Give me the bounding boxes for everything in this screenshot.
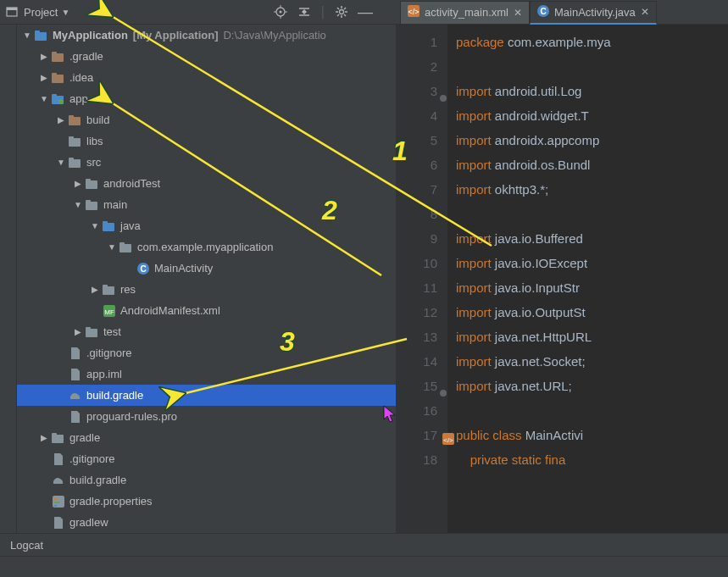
svg-point-61 [440, 390, 447, 397]
tree-item[interactable]: proguard-rules.pro [17, 406, 396, 427]
tree-item[interactable]: build.gradle [17, 385, 396, 406]
svg-rect-59 [54, 505, 57, 507]
code-line[interactable]: import java.io.OutputSt [456, 300, 728, 325]
tree-node-icon [51, 72, 66, 84]
gear-icon[interactable] [335, 5, 348, 19]
chevron-down-icon[interactable]: ▼ [20, 31, 34, 40]
code-line[interactable]: public class MainActivi [456, 423, 728, 447]
tree-arrow-icon[interactable]: ▶ [37, 52, 51, 61]
code-line[interactable]: import android.util.Log [456, 79, 728, 103]
tree-node-icon [68, 136, 83, 147]
code-line[interactable]: package com.example.mya [456, 30, 728, 54]
tab-label: activity_main.xml [425, 6, 508, 19]
tree-item[interactable]: ▶androidTest [17, 173, 396, 194]
tree-node-label: .idea [69, 71, 93, 84]
svg-rect-39 [86, 179, 91, 182]
locate-icon[interactable] [274, 5, 287, 19]
line-number: 18 [397, 447, 437, 472]
tree-item[interactable]: ▶res [17, 279, 396, 300]
code-line[interactable]: import java.net.Socket; [456, 349, 728, 374]
project-tree-panel: ▼ MyApplication [My Application] D:\Java… [17, 25, 397, 533]
tree-node-icon [51, 496, 66, 508]
line-number: 2 [397, 54, 437, 79]
tree-item[interactable]: ▶gradle [17, 427, 396, 448]
annotation-1: 1 [392, 136, 408, 167]
tree-node-label: libs [86, 135, 103, 147]
tree-item[interactable]: ▶.gradle [17, 46, 396, 67]
tree-item[interactable]: .gitignore [17, 448, 396, 469]
close-icon[interactable]: ✕ [641, 6, 649, 18]
tree-node-icon [85, 326, 100, 338]
tree-arrow-icon[interactable]: ▶ [71, 179, 85, 188]
tree-item[interactable]: MFAndroidManifest.xml [17, 300, 396, 321]
code-line[interactable]: import java.net.HttpURL [456, 325, 728, 349]
tree-arrow-icon[interactable]: ▶ [37, 433, 51, 442]
tree-item[interactable]: libs [17, 130, 396, 152]
tree-arrow-icon[interactable]: ▶ [88, 285, 102, 294]
code-line[interactable]: import android.os.Bundl [456, 153, 728, 177]
svg-text:C: C [540, 7, 546, 16]
svg-rect-55 [52, 433, 57, 436]
code-line[interactable]: import java.io.InputStr [456, 275, 728, 300]
code-line[interactable] [456, 398, 728, 423]
tree-arrow-icon[interactable]: ▶ [54, 115, 68, 125]
tree-node-label: main [103, 198, 127, 211]
code-line[interactable]: import java.net.URL; [456, 374, 728, 398]
close-icon[interactable]: ✕ [514, 7, 522, 19]
top-toolbar: Project ▼ | — </> activity_main.xml ✕ C … [0, 0, 728, 25]
code-content[interactable]: package com.example.myaimport android.ut… [447, 25, 728, 533]
code-line[interactable] [456, 54, 728, 79]
tree-arrow-icon[interactable]: ▼ [37, 94, 51, 103]
tree-item[interactable]: .gitignore [17, 342, 396, 363]
code-line[interactable]: import java.io.Buffered [456, 226, 728, 251]
line-number: 9 [397, 226, 437, 251]
tree-item[interactable]: ▼src [17, 152, 396, 173]
line-number: 15 [397, 374, 437, 398]
collapse-icon[interactable] [297, 5, 311, 19]
tree-arrow-icon[interactable]: ▼ [88, 221, 102, 230]
code-line[interactable]: import okhttp3.*; [456, 177, 728, 202]
left-tool-gutter[interactable] [0, 25, 17, 533]
code-line[interactable] [456, 202, 728, 226]
tree-node-label: src [86, 156, 101, 169]
logcat-tab[interactable]: Logcat [10, 539, 43, 552]
toolbar-separator: | [321, 4, 325, 19]
code-line[interactable]: import androidx.appcomp [456, 128, 728, 153]
hide-icon[interactable]: — [358, 5, 372, 19]
svg-rect-33 [69, 115, 74, 119]
tree-item[interactable]: ▼app [17, 88, 396, 109]
tree-node-icon: C [136, 263, 151, 275]
tree-item[interactable]: ▼java [17, 215, 396, 236]
tree-node-icon [51, 432, 66, 444]
tree-node-label: build.gradle [86, 389, 143, 402]
tree-arrow-icon[interactable]: ▶ [71, 327, 85, 336]
tab-main-activity-java[interactable]: C MainActivity.java ✕ [530, 1, 657, 25]
tree-arrow-icon[interactable]: ▶ [37, 73, 51, 82]
code-line[interactable]: import android.widget.T [456, 103, 728, 128]
tree-arrow-icon[interactable]: ▼ [105, 242, 119, 252]
code-line[interactable]: import java.io.IOExcept [456, 251, 728, 275]
tree-arrow-icon[interactable]: ▼ [54, 158, 68, 167]
tree-item[interactable]: gradle.properties [17, 491, 396, 512]
project-dropdown[interactable]: Project ▼ [24, 6, 69, 19]
tab-activity-main-xml[interactable]: </> activity_main.xml ✕ [400, 1, 530, 25]
project-view-icon[interactable] [5, 5, 19, 19]
tree-item[interactable]: ▼main [17, 194, 396, 215]
tree-item[interactable]: gradlew [17, 512, 396, 533]
tree-item[interactable]: ▶build [17, 109, 396, 130]
tree-item[interactable]: ▶.idea [17, 67, 396, 88]
tree-item[interactable]: ▶test [17, 321, 396, 342]
tree-item[interactable]: CMainActivity [17, 258, 396, 279]
svg-rect-41 [86, 200, 91, 203]
tree-root[interactable]: ▼ MyApplication [My Application] D:\Java… [17, 25, 396, 46]
line-number: 13 [397, 325, 437, 349]
code-editor[interactable]: 1234567891011121314151617</>18 package c… [397, 25, 728, 533]
tree-item[interactable]: build.gradle [17, 469, 396, 491]
chevron-down-icon: ▼ [61, 8, 69, 17]
code-line[interactable]: private static fina [456, 447, 728, 472]
svg-rect-28 [52, 73, 57, 76]
tree-arrow-icon[interactable]: ▼ [71, 200, 85, 209]
tree-item[interactable]: app.iml [17, 363, 396, 385]
tree-item[interactable]: ▼com.example.myapplication [17, 236, 396, 258]
tree-node-icon [68, 347, 83, 359]
